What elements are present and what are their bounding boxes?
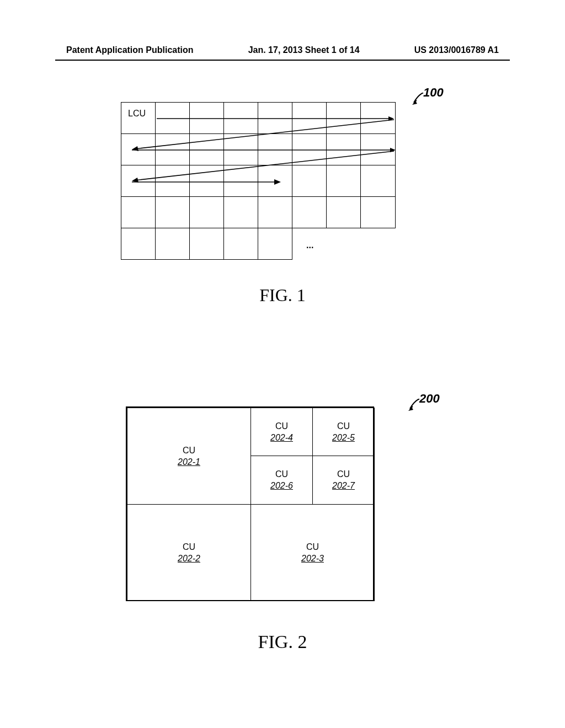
lcu-label: LCU	[128, 109, 146, 119]
cu-ref: 202-1	[178, 457, 200, 467]
cu-label: CU	[306, 542, 319, 552]
fig1-lcu-grid: LCU ...	[121, 102, 397, 262]
cu-label: CU	[275, 421, 288, 431]
header-divider	[55, 60, 510, 61]
cu-cell-202-7: CU 202-7	[312, 456, 375, 505]
svg-line-7	[135, 151, 394, 180]
grid-cell	[258, 228, 292, 260]
grid-cell	[155, 196, 190, 228]
grid-cell	[189, 228, 224, 260]
cu-ref: 202-7	[332, 481, 355, 491]
grid-cell	[223, 228, 258, 260]
page-header: Patent Application Publication Jan. 17, …	[0, 45, 565, 55]
cu-cell-202-5: CU 202-5	[312, 408, 375, 456]
cu-ref: 202-3	[301, 554, 324, 564]
grid-cell	[326, 196, 361, 228]
fig1-grid-container: LCU ...	[121, 102, 397, 262]
grid-cell	[121, 196, 156, 228]
header-patent-number: US 2013/0016789 A1	[414, 45, 499, 55]
grid-cell	[121, 228, 156, 260]
grid-cell	[189, 196, 224, 228]
cu-ref: 202-4	[270, 433, 293, 443]
header-publication: Patent Application Publication	[66, 45, 194, 55]
svg-marker-10	[274, 179, 281, 185]
cu-label: CU	[183, 446, 195, 456]
cu-label: CU	[337, 469, 350, 479]
cu-label: CU	[275, 469, 288, 479]
cu-label: CU	[183, 542, 195, 552]
fig2-reference-number: 200	[419, 392, 440, 406]
svg-line-3	[135, 120, 394, 149]
grid-cell	[223, 196, 258, 228]
grid-cell	[155, 228, 190, 260]
cu-cell-202-1: CU 202-1	[127, 408, 251, 505]
fig2-caption: FIG. 2	[0, 631, 565, 652]
cu-ref: 202-5	[332, 433, 355, 443]
scan-arrow-row3	[132, 179, 281, 185]
cu-ref: 202-6	[270, 481, 293, 491]
fig1-reference-number: 100	[423, 85, 444, 100]
header-date-sheet: Jan. 17, 2013 Sheet 1 of 14	[248, 45, 360, 55]
fig2-cu-container: CU 202-1 CU 202-2 CU 202-3 CU 202-4 CU 2…	[126, 406, 374, 601]
cu-label: CU	[337, 421, 350, 431]
grid-cell	[360, 196, 396, 228]
fig1-caption: FIG. 1	[0, 285, 565, 306]
cu-cell-202-3: CU 202-3	[250, 504, 375, 601]
cu-ref: 202-2	[178, 554, 200, 564]
cu-cell-202-2: CU 202-2	[127, 504, 251, 601]
cu-cell-202-4: CU 202-4	[250, 408, 313, 456]
cu-cell-202-6: CU 202-6	[250, 456, 313, 505]
grid-cell	[258, 196, 292, 228]
grid-cell	[292, 196, 327, 228]
ellipsis: ...	[306, 240, 313, 250]
